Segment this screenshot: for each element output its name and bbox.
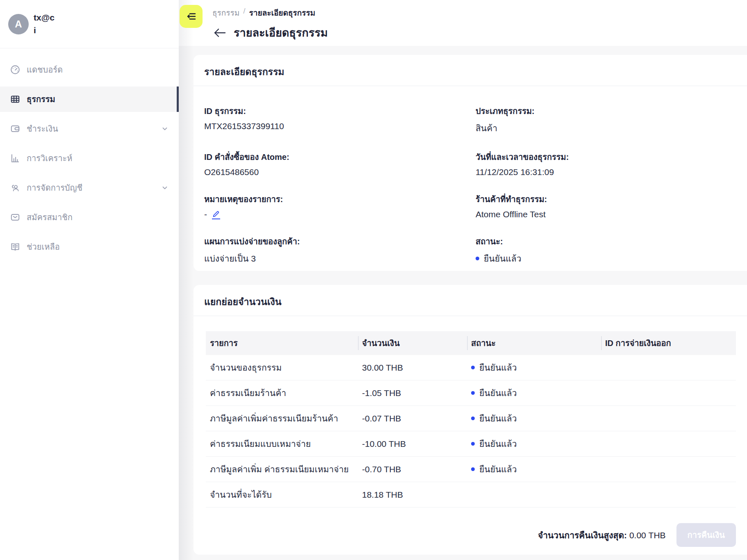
status-dot [471,391,475,395]
sidebar-item-transactions[interactable]: ธุรกรรม [0,87,179,112]
back-arrow-icon [213,27,226,39]
collapse-sidebar-button[interactable] [180,5,203,28]
cell-payout-id [601,355,736,380]
amount-breakdown-card: แยกย่อยจำนวนเงิน รายการ จำนวนเงิน สถานะ … [194,285,747,555]
field-label: แผนการแบ่งจ่ายของลูกค้า: [204,235,476,248]
detail-field: ประเภทธุรกรรม: สินค้า [476,105,747,135]
user-email: tx@c i [34,11,55,36]
avatar: A [8,14,29,34]
field-value-text: O2615486560 [204,167,259,177]
cell-amount: 30.00 THB [358,355,467,380]
breakdown-footer: จำนวนการคืนเงินสูงสุด: 0.00 THB การคืนเง… [206,523,736,547]
detail-field: หมายเหตุของรายการ: - [204,193,476,219]
breadcrumb: ธุรกรรม / รายละเอียดธุรกรรม [212,7,315,19]
cell-item: ภาษีมูลค่าเพิ่ม ค่าธรรมเนียมเหมาจ่าย [206,457,358,482]
field-label: สถานะ: [476,235,747,248]
field-value-text: สินค้า [476,121,497,135]
sidebar-item-label: ธุรกรรม [27,93,55,106]
help-icon [10,241,20,252]
breakdown-table-header: รายการ จำนวนเงิน สถานะ ID การจ่ายเงินออก [206,331,736,355]
details-card-title: รายละเอียดธุรกรรม [194,55,747,86]
breadcrumb-parent-link[interactable]: ธุรกรรม [212,7,239,19]
field-value-text: MTX2615337399110 [204,121,284,131]
sidebar-item-label: การวิเคราะห์ [27,152,72,165]
breadcrumb-current: รายละเอียดธุรกรรม [249,7,315,19]
details-fields-grid: ID ธุรกรรม: MTX2615337399110 ประเภทธุรกร… [194,86,747,265]
back-button[interactable] [213,27,226,39]
membership-icon [10,212,20,223]
field-label: หมายเหตุของรายการ: [204,193,476,206]
status-text: ยืนยันแล้ว [479,386,517,400]
breadcrumb-separator: / [243,7,245,19]
max-refund-label: จำนวนการคืนเงินสูงสุด: [538,530,627,540]
table-row: ค่าธรรมเนียมร้านค้า -1.05 THB ยืนยันแล้ว [206,380,736,406]
sidebar-item-dashboard[interactable]: แดชบอร์ด [0,57,179,82]
status-text: ยืนยันแล้ว [479,462,517,476]
user-email-line2: i [34,24,55,36]
cell-amount: -10.00 THB [358,431,467,456]
transactions-icon [10,94,20,105]
table-row: ภาษีมูลค่าเพิ่ม ค่าธรรมเนียมเหมาจ่าย -0.… [206,457,736,482]
col-header-amount: จำนวนเงิน [358,331,467,355]
edit-note-link[interactable] [212,210,220,219]
cell-item: ค่าธรรมเนียมแบบเหมาจ่าย [206,431,358,456]
page-title-row: รายละเอียดธุรกรรม [213,24,328,41]
analytics-icon [10,153,20,164]
cell-amount: 18.18 THB [358,482,467,507]
detail-field: แผนการแบ่งจ่ายของลูกค้า: แบ่งจ่ายเป็น 3 [204,235,476,265]
page-title: รายละเอียดธุรกรรม [234,24,328,41]
detail-field: ID คำสั่งซื้อของ Atome: O2615486560 [204,150,476,177]
field-value-text: - [204,209,207,219]
field-value: แบ่งจ่ายเป็น 3 [204,252,476,265]
cell-status: ยืนยันแล้ว [467,380,601,405]
chevron-down-icon [162,184,168,191]
field-label: วันที่และเวลาของธุรกรรม: [476,150,747,164]
cell-item: จำนวนที่จะได้รับ [206,482,358,507]
status-text: ยืนยันแล้ว [479,412,517,425]
sidebar-item-label: ช่วยเหลือ [27,240,60,253]
sidebar-item-payments[interactable]: ชำระเงิน [0,116,179,141]
chevron-down-icon [162,125,168,132]
breakdown-table: รายการ จำนวนเงิน สถานะ ID การจ่ายเงินออก… [206,331,736,508]
table-row: ภาษีมูลค่าเพิ่มค่าธรรมเนียมร้านค้า -0.07… [206,406,736,431]
cell-item: จำนวนของธุรกรรม [206,355,358,380]
sidebar-nav: แดชบอร์ด ธุรกรรม ชำระเงิน การวิเคราะห์ [0,48,179,260]
sidebar-item-analytics[interactable]: การวิเคราะห์ [0,146,179,171]
table-row: จำนวนของธุรกรรม 30.00 THB ยืนยันแล้ว [206,355,736,380]
payments-icon [10,123,20,134]
field-value: ยืนยันแล้ว [476,252,747,265]
sidebar-item-label: สมัครสมาชิก [27,211,73,224]
refund-button[interactable]: การคืนเงิน [676,523,736,547]
table-row: จำนวนที่จะได้รับ 18.18 THB [206,482,736,508]
cell-item: ภาษีมูลค่าเพิ่มค่าธรรมเนียมร้านค้า [206,406,358,431]
col-header-status: สถานะ [467,331,601,355]
cell-payout-id [601,380,736,405]
field-label: ID ธุรกรรม: [204,105,476,118]
cell-amount: -0.07 THB [358,406,467,431]
field-label: ร้านค้าที่ทำธุรกรรม: [476,193,747,206]
field-value: - [204,209,476,219]
field-label: ID คำสั่งซื้อของ Atome: [204,150,476,164]
detail-field: สถานะ: ยืนยันแล้ว [476,235,747,265]
collapse-sidebar-icon [185,11,197,22]
breakdown-card-title: แยกย่อยจำนวนเงิน [194,285,747,316]
field-value-text: 11/12/2025 16:31:09 [476,167,554,177]
field-label: ประเภทธุรกรรม: [476,105,747,118]
status-dot [476,257,479,260]
sidebar-shadow [179,0,194,560]
cell-payout-id [601,482,736,507]
account-icon [10,182,20,193]
detail-field: ID ธุรกรรม: MTX2615337399110 [204,105,476,135]
sidebar: A tx@c i แดชบอร์ด ธุรกรรม ชำระเงิน [0,0,179,560]
status-dot [471,442,475,446]
sidebar-item-label: การจัดการบัญชี [27,181,82,194]
detail-field: วันที่และเวลาของธุรกรรม: 11/12/2025 16:3… [476,150,747,177]
sidebar-item-membership[interactable]: สมัครสมาชิก [0,205,179,230]
cell-payout-id [601,406,736,431]
sidebar-item-label: แดชบอร์ด [27,63,63,76]
field-value: MTX2615337399110 [204,121,476,131]
sidebar-item-account[interactable]: การจัดการบัญชี [0,175,179,200]
status-text: ยืนยันแล้ว [479,437,517,451]
sidebar-item-help[interactable]: ช่วยเหลือ [0,234,179,260]
field-value-text: Atome Offline Test [476,209,546,219]
